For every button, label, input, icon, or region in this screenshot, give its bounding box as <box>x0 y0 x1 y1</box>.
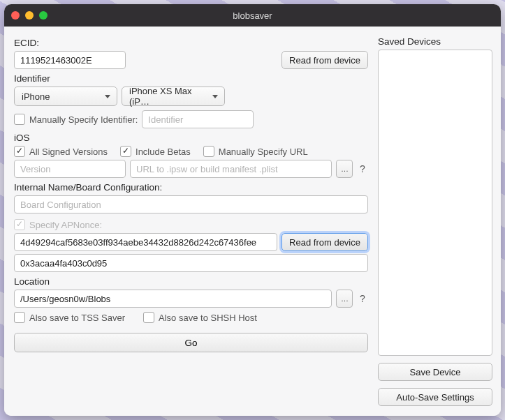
go-button[interactable]: Go <box>14 333 368 352</box>
save-device-button[interactable]: Save Device <box>378 363 492 381</box>
manual-identifier-label: Manually Specify Identifier: <box>29 114 138 125</box>
include-betas-label: Include Betas <box>136 147 191 157</box>
apnonce-label: Specify APNonce: <box>29 220 102 230</box>
shsh-host-checkbox[interactable] <box>143 312 154 323</box>
all-signed-checkbox[interactable] <box>14 146 25 157</box>
ipsw-url-input <box>130 160 332 178</box>
maximize-icon[interactable] <box>39 11 47 20</box>
auto-save-button[interactable]: Auto-Save Settings <box>378 388 492 406</box>
saved-devices-title: Saved Devices <box>378 36 492 47</box>
close-icon[interactable] <box>11 11 20 20</box>
manual-url-label: Manually Specify URL <box>219 147 308 157</box>
titlebar: blobsaver <box>4 4 501 27</box>
shsh-host-label: Also save to SHSH Host <box>159 313 257 323</box>
url-help-icon[interactable]: ? <box>357 163 368 174</box>
ecid-input[interactable] <box>14 51 126 69</box>
board-label: Internal Name/Board Configuration: <box>14 182 368 193</box>
minimize-icon[interactable] <box>25 11 34 20</box>
apnonce-input[interactable] <box>14 233 277 251</box>
all-signed-label: All Signed Versions <box>29 147 108 157</box>
location-label: Location <box>14 276 368 287</box>
browse-location-button[interactable]: … <box>336 290 353 308</box>
tss-saver-label: Also save to TSS Saver <box>29 313 125 323</box>
device-model-value: iPhone XS Max (iP… <box>129 86 206 107</box>
manual-identifier-input <box>142 110 254 128</box>
content-area: ECID: Read from device Identifier iPhone… <box>4 27 501 416</box>
ios-label: iOS <box>14 133 368 143</box>
window-controls <box>11 11 47 20</box>
read-ecid-button[interactable]: Read from device <box>281 51 368 69</box>
browse-url-button[interactable]: … <box>336 160 353 178</box>
generator-input[interactable] <box>14 254 368 272</box>
main-panel: ECID: Read from device Identifier iPhone… <box>4 27 378 416</box>
device-type-value: iPhone <box>22 91 50 102</box>
saved-devices-list[interactable] <box>378 50 492 356</box>
ios-version-input <box>14 160 126 178</box>
manual-identifier-checkbox[interactable] <box>14 114 25 125</box>
window-title: blobsaver <box>4 10 501 21</box>
apnonce-checkbox <box>14 219 25 230</box>
tss-saver-checkbox[interactable] <box>14 312 25 323</box>
identifier-label: Identifier <box>14 73 368 84</box>
side-panel: Saved Devices Save Device Auto-Save Sett… <box>378 27 501 416</box>
location-help-icon[interactable]: ? <box>357 293 368 304</box>
app-window: blobsaver ECID: Read from device Identif… <box>4 4 501 416</box>
ecid-label: ECID: <box>14 38 368 48</box>
read-apnonce-button[interactable]: Read from device <box>281 233 368 251</box>
location-input[interactable] <box>14 290 332 308</box>
board-config-input <box>14 195 368 213</box>
device-type-select[interactable]: iPhone <box>14 87 117 106</box>
include-betas-checkbox[interactable] <box>120 146 131 157</box>
manual-url-checkbox[interactable] <box>203 146 214 157</box>
device-model-select[interactable]: iPhone XS Max (iP… <box>122 87 225 106</box>
